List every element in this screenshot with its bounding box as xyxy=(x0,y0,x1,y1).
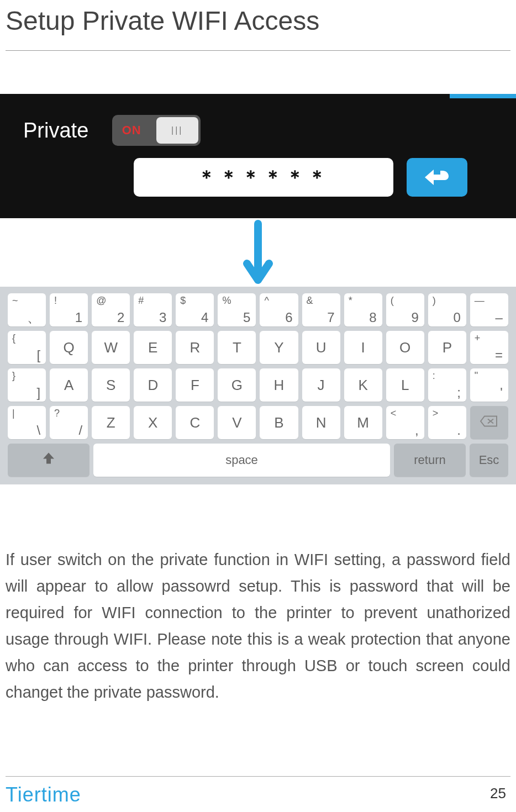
key-sym[interactable]: @2 xyxy=(92,293,130,326)
key-sym[interactable]: (9 xyxy=(386,293,424,326)
key-lower-label: 3 xyxy=(159,311,166,324)
key-label: Z xyxy=(107,414,115,431)
key-sym[interactable]: )0 xyxy=(428,293,466,326)
key-upper-label: & xyxy=(307,296,313,305)
key-m[interactable]: M xyxy=(344,406,382,439)
key-sym[interactable]: ~、 xyxy=(8,293,46,326)
key-upper-label: # xyxy=(138,296,144,305)
key-label: return xyxy=(414,453,445,467)
key-sym[interactable]: &7 xyxy=(302,293,340,326)
wifi-private-panel: Private ON ||| ＊＊＊＊＊＊ xyxy=(0,94,516,218)
key-lower-label: = xyxy=(495,349,503,362)
key-e[interactable]: E xyxy=(134,331,172,364)
key-lower-label: 1 xyxy=(75,311,82,324)
key-lower-label: , xyxy=(415,424,419,437)
footer-divider xyxy=(6,776,510,777)
key-upper-label: } xyxy=(12,371,15,381)
key-label: J xyxy=(318,377,325,394)
back-button[interactable] xyxy=(407,158,467,197)
key-label: G xyxy=(231,377,243,394)
key-sym[interactable]: <, xyxy=(386,406,424,439)
key-upper-label: ? xyxy=(54,408,60,418)
key-label: S xyxy=(106,377,115,394)
key-v[interactable]: V xyxy=(218,406,256,439)
key-space[interactable]: space xyxy=(93,444,390,477)
key-sym[interactable]: #3 xyxy=(134,293,172,326)
key-label: L xyxy=(401,377,409,394)
key-u[interactable]: U xyxy=(302,331,340,364)
key-lower-label: 5 xyxy=(243,311,250,324)
key-sym[interactable]: ^6 xyxy=(260,293,298,326)
key-return[interactable]: return xyxy=(394,444,466,477)
key-sym[interactable]: !1 xyxy=(50,293,88,326)
key-label: C xyxy=(189,414,200,431)
key-sym[interactable]: }] xyxy=(8,368,46,402)
shift-icon xyxy=(41,451,56,470)
key-lower-label: [ xyxy=(36,349,40,362)
key-label: Esc xyxy=(479,453,499,467)
private-toggle[interactable]: ON ||| xyxy=(112,115,201,146)
key-b[interactable]: B xyxy=(260,406,298,439)
key-sym[interactable]: {[ xyxy=(8,331,46,364)
key-upper-label: ^ xyxy=(264,296,268,305)
key-p[interactable]: P xyxy=(428,331,466,364)
key-c[interactable]: C xyxy=(176,406,214,439)
key-sym[interactable]: —– xyxy=(470,293,508,326)
key-sym[interactable]: $4 xyxy=(176,293,214,326)
key-shift[interactable] xyxy=(8,444,89,477)
key-a[interactable]: A xyxy=(50,368,88,402)
key-z[interactable]: Z xyxy=(92,406,130,439)
key-label: V xyxy=(232,414,241,431)
toggle-on-text: ON xyxy=(122,123,141,138)
key-sym[interactable]: ?/ xyxy=(50,406,88,439)
backspace-icon xyxy=(480,414,498,431)
key-n[interactable]: N xyxy=(302,406,340,439)
key-l[interactable]: L xyxy=(386,368,424,402)
key-y[interactable]: Y xyxy=(260,331,298,364)
key-x[interactable]: X xyxy=(134,406,172,439)
key-w[interactable]: W xyxy=(92,331,130,364)
key-s[interactable]: S xyxy=(92,368,130,402)
key-i[interactable]: I xyxy=(344,331,382,364)
key-o[interactable]: O xyxy=(386,331,424,364)
onscreen-keyboard: ~、!1@2#3$4%5^6&7*8(9)0—– {[QWERTYUIOP+= … xyxy=(0,287,516,484)
key-t[interactable]: T xyxy=(218,331,256,364)
key-label: W xyxy=(104,339,118,356)
key-sym[interactable]: += xyxy=(470,331,508,364)
panel-corner-accent xyxy=(450,94,516,98)
key-upper-label: " xyxy=(475,371,478,381)
key-label: A xyxy=(64,377,73,394)
key-label: P xyxy=(443,339,452,356)
key-d[interactable]: D xyxy=(134,368,172,402)
key-lower-label: / xyxy=(78,424,82,437)
key-upper-label: ( xyxy=(391,296,394,305)
key-upper-label: $ xyxy=(180,296,186,305)
key-lower-label: ; xyxy=(457,386,461,399)
key-upper-label: * xyxy=(349,296,352,305)
key-sym[interactable]: "' xyxy=(470,368,508,402)
key-upper-label: < xyxy=(391,408,397,418)
key-upper-label: ! xyxy=(54,296,57,305)
key-f[interactable]: F xyxy=(176,368,214,402)
key-upper-label: > xyxy=(433,408,439,418)
key-esc[interactable]: Esc xyxy=(470,444,508,477)
key-sym[interactable]: |\ xyxy=(8,406,46,439)
key-k[interactable]: K xyxy=(344,368,382,402)
key-g[interactable]: G xyxy=(218,368,256,402)
key-q[interactable]: Q xyxy=(50,331,88,364)
key-sym[interactable]: *8 xyxy=(344,293,382,326)
key-j[interactable]: J xyxy=(302,368,340,402)
key-upper-label: + xyxy=(475,333,481,343)
key-sym[interactable]: >. xyxy=(428,406,466,439)
key-label: space xyxy=(225,453,258,467)
key-lower-label: 2 xyxy=(117,311,124,324)
key-label: M xyxy=(357,414,369,431)
key-backspace[interactable] xyxy=(470,406,508,439)
key-r[interactable]: R xyxy=(176,331,214,364)
key-label: F xyxy=(191,377,199,394)
toggle-knob: ||| xyxy=(156,117,198,144)
key-sym[interactable]: %5 xyxy=(218,293,256,326)
password-field[interactable]: ＊＊＊＊＊＊ xyxy=(134,158,393,197)
key-h[interactable]: H xyxy=(260,368,298,402)
key-sym[interactable]: :; xyxy=(428,368,466,402)
